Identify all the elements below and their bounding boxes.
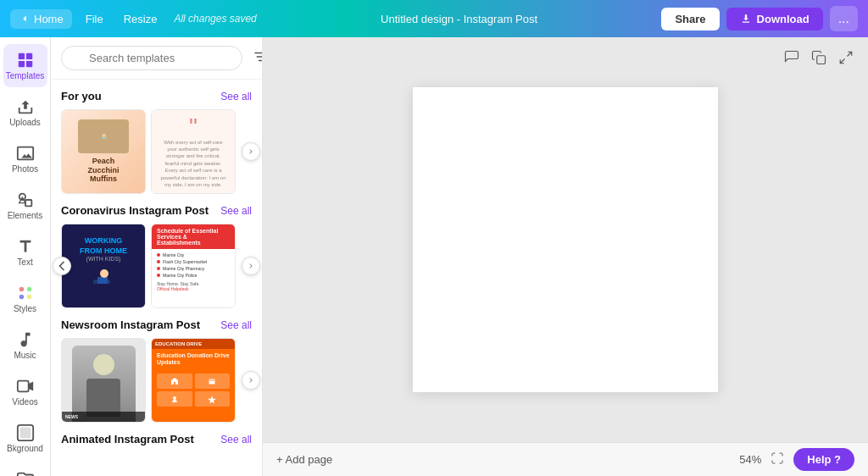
svg-rect-3 [25,61,31,67]
videos-icon [16,377,35,396]
newsroom-title: Newsroom Instagram Post [61,318,200,331]
uploads-label: Uploads [9,118,41,127]
resize-button[interactable]: Resize [117,9,164,29]
text-label: Text [17,257,32,267]
template-thumb-quote[interactable]: " With every act of self-care your authe… [151,109,236,194]
photos-label: Photos [12,164,38,174]
elements-icon [16,191,35,209]
background-label: Bkground [7,444,43,453]
autosave-status: All changes saved [174,13,256,25]
svg-rect-1 [25,53,31,59]
svg-rect-12 [19,428,31,439]
videos-label: Videos [12,397,37,407]
background-icon [16,423,35,442]
sidebar-item-styles[interactable]: Styles [3,277,47,320]
coronavirus-next-arrow[interactable] [242,257,260,275]
help-button[interactable]: Help ? [793,448,854,471]
more-options-button[interactable]: ... [830,6,858,31]
for-you-header: For you See all [51,80,262,109]
newsroom-next-arrow[interactable] [242,371,260,390]
coronavirus-row: WORKINGFROM HOME (WITH KIDS) [51,224,262,308]
sidebar-item-photos[interactable]: Photos [3,137,47,180]
add-page-button[interactable]: + Add page [276,453,332,466]
sidebar-item-folders[interactable]: Folders [3,463,47,476]
nav-right-actions: Share Download ... [661,6,858,31]
svg-rect-0 [18,53,24,59]
templates-list: For you See all 🧁 PeachZucchiniMuffins " [51,80,262,476]
styles-label: Styles [14,304,36,313]
svg-point-7 [26,287,31,292]
elements-label: Elements [8,211,43,220]
animated-see-all[interactable]: See all [220,434,252,446]
templates-panel: For you See all 🧁 PeachZucchiniMuffins " [51,37,263,476]
sidebar-item-uploads[interactable]: Uploads [3,91,47,134]
zoom-expand-button[interactable] [768,449,787,470]
canvas-inner [263,37,868,442]
svg-rect-16 [89,284,119,292]
canvas-page[interactable] [413,87,718,392]
music-icon [16,330,35,349]
search-input[interactable] [61,46,242,70]
templates-label: Templates [6,71,45,80]
newsroom-header: Newsroom Instagram Post See all [51,308,262,338]
svg-rect-10 [17,381,28,392]
svg-rect-19 [817,56,826,64]
top-navigation: Home File Resize All changes saved Untit… [0,0,868,37]
newsroom-row: NEWS EDUCATION DRIVE Education Donation … [51,338,262,423]
share-button[interactable]: Share [661,8,719,30]
back-label: Home [34,13,64,25]
music-label: Music [14,351,36,360]
template-thumb-working[interactable]: WORKINGFROM HOME (WITH KIDS) [61,224,146,308]
bottom-bar: + Add page 54% Help ? [263,442,868,476]
expand-tool-button[interactable] [834,46,858,69]
for-you-row: 🧁 PeachZucchiniMuffins " With every act … [51,109,262,194]
expand-icon [838,50,854,65]
template-thumb-peach[interactable]: 🧁 PeachZucchiniMuffins [61,109,146,194]
copy-tool-button[interactable] [807,46,831,69]
filter-icon [253,49,263,64]
svg-point-18 [173,396,176,400]
animated-title: Animated Instagram Post [61,433,194,446]
text-icon [16,237,35,256]
sidebar-item-elements[interactable]: Elements [3,184,47,227]
icon-sidebar: Templates Uploads Photos Elements [0,37,51,476]
bottom-right-controls: 54% Help ? [739,448,854,471]
template-thumb-education[interactable]: EDUCATION DRIVE Education Donation Drive… [151,338,236,423]
for-you-see-all[interactable]: See all [220,91,252,102]
newsroom-see-all[interactable]: See all [220,319,252,331]
notes-icon [784,50,799,65]
canvas-area: + Add page 54% Help ? [263,37,868,476]
sidebar-item-background[interactable]: Bkground [3,417,47,460]
notes-tool-button[interactable] [780,46,804,69]
svg-rect-2 [18,61,24,67]
sidebar-item-templates[interactable]: Templates [3,44,47,87]
sidebar-item-videos[interactable]: Videos [3,370,47,413]
file-menu-button[interactable]: File [79,9,110,29]
styles-icon [16,284,35,302]
coronavirus-see-all[interactable]: See all [220,205,252,217]
template-thumb-schedule[interactable]: Schedule of Essential Services & Establi… [151,224,236,308]
canvas-toolbar [780,46,858,69]
search-wrapper [61,46,242,70]
svg-rect-5 [25,200,31,206]
download-button[interactable]: Download [726,8,823,30]
filter-button[interactable] [249,46,263,70]
svg-point-9 [26,295,31,300]
svg-point-8 [19,295,24,300]
photos-icon [16,144,35,163]
folders-icon [16,470,35,476]
svg-point-15 [100,269,108,278]
coronavirus-title: Coronavirus Instagram Post [61,204,209,217]
svg-point-6 [19,287,24,292]
animated-header: Animated Instagram Post See all [51,423,262,452]
back-to-home-button[interactable]: Home [10,9,72,29]
template-thumb-news-person[interactable]: NEWS [61,338,146,423]
zoom-level: 54% [739,453,761,466]
for-you-next-arrow[interactable] [242,142,260,161]
coronavirus-header: Coronavirus Instagram Post See all [51,194,262,224]
sidebar-item-text[interactable]: Text [3,230,47,274]
main-layout: Templates Uploads Photos Elements [0,37,868,476]
coronavirus-prev-arrow[interactable] [53,257,71,275]
copy-icon [811,50,826,65]
sidebar-item-music[interactable]: Music [3,324,47,367]
